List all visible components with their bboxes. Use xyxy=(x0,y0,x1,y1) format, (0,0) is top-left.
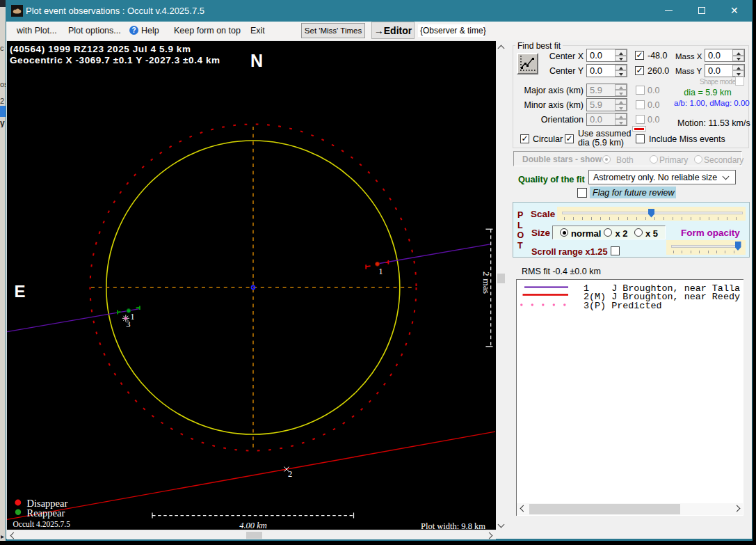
svg-text:Geocentric X -3069.7 ±0.1 Y: Geocentric X -3069.7 ±0.1 Y -2027.3 ±0.4… xyxy=(10,55,220,65)
svg-text:3(P) Predicted: 3(P) Predicted xyxy=(584,301,662,311)
svg-text:N: N xyxy=(250,51,263,70)
svg-text:1: 1 xyxy=(131,312,135,322)
svg-text:Reappear: Reappear xyxy=(27,507,65,519)
svg-text:3: 3 xyxy=(127,319,131,329)
svg-text:E: E xyxy=(15,282,26,301)
svg-text:2: 2 xyxy=(288,469,292,479)
svg-text:2 mas: 2 mas xyxy=(481,271,492,294)
svg-text:(40564) 1999 RZ123 2025 Jul 4: (40564) 1999 RZ123 2025 Jul 4 5.9 km xyxy=(10,44,191,54)
svg-text:Plot width: 9.8 km: Plot width: 9.8 km xyxy=(421,521,485,530)
svg-text:Occult 4.2025.7.5: Occult 4.2025.7.5 xyxy=(13,520,71,528)
svg-text:1: 1 xyxy=(379,267,383,276)
svg-text:4.00 km: 4.00 km xyxy=(239,521,267,530)
